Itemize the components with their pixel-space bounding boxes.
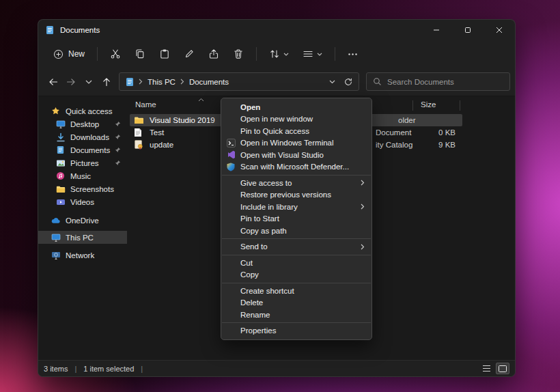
menu-item-pin-to-quick-access[interactable]: Pin to Quick access (221, 125, 372, 137)
sidebar-item-desktop[interactable]: Desktop (38, 117, 127, 130)
menu-item-label: Copy (240, 270, 259, 279)
refresh-icon[interactable] (344, 77, 353, 87)
menu-item-copy[interactable]: Copy (221, 269, 372, 281)
sidebar-item-documents[interactable]: Documents (38, 143, 127, 156)
sidebar-item-this-pc[interactable]: This PC (38, 231, 127, 244)
sort-ascending-icon (198, 98, 204, 102)
more-button[interactable] (342, 44, 363, 64)
cut-icon (110, 48, 121, 59)
column-header-size[interactable]: Size (421, 100, 436, 109)
details-view-button[interactable] (479, 363, 493, 374)
menu-item-delete[interactable]: Delete (221, 297, 372, 309)
sidebar-item-network[interactable]: Network (38, 249, 127, 262)
status-divider: | (141, 365, 143, 373)
document-icon (134, 128, 145, 137)
paste-icon (159, 48, 170, 59)
sidebar-item-music[interactable]: Music (38, 169, 127, 182)
sidebar-item-onedrive[interactable]: OneDrive (38, 214, 127, 227)
menu-item-open[interactable]: Open (221, 101, 372, 113)
search-input[interactable]: Search Documents (366, 72, 510, 91)
cut-button[interactable] (104, 44, 126, 64)
star-icon (51, 107, 61, 115)
menu-item-label: Properties (240, 326, 276, 335)
menu-item-properties[interactable]: Properties (221, 325, 372, 337)
column-separator[interactable] (460, 100, 460, 111)
minimize-button[interactable] (421, 20, 452, 40)
sidebar-item-label: Videos (70, 198, 94, 206)
file-name: Test (150, 128, 164, 137)
sidebar-item-label: OneDrive (66, 216, 99, 225)
sidebar-item-label: Pictures (70, 159, 99, 167)
share-icon (208, 48, 219, 59)
sidebar-item-quick-access[interactable]: Quick access (38, 104, 127, 117)
menu-item-scan-with-defender[interactable]: Scan with Microsoft Defender... (221, 161, 372, 173)
history-chevron-button[interactable] (81, 73, 97, 91)
menu-item-label: Pin to Start (240, 214, 279, 223)
rename-button[interactable] (178, 44, 200, 64)
sidebar-item-downloads[interactable]: Downloads (38, 130, 127, 143)
sidebar-item-label: Network (66, 251, 94, 260)
thumbnails-view-button[interactable] (496, 363, 509, 374)
security-catalog-icon (134, 140, 145, 150)
desktop-wallpaper: Documents New (0, 0, 560, 392)
pin-icon (115, 134, 121, 140)
menu-item-rename[interactable]: Rename (221, 309, 372, 321)
menu-item-label: Open in Windows Terminal (240, 139, 334, 147)
menu-item-copy-as-path[interactable]: Copy as path (221, 225, 372, 237)
file-type: older (398, 116, 416, 124)
new-button-label: New (68, 49, 85, 59)
menu-item-label: Restore previous versions (240, 191, 331, 199)
menu-item-create-shortcut[interactable]: Create shortcut (221, 285, 372, 297)
search-icon (373, 77, 382, 86)
menu-item-include-in-library[interactable]: Include in library (221, 201, 372, 213)
breadcrumb-root[interactable]: This PC (147, 78, 176, 86)
menu-separator (222, 283, 371, 283)
menu-item-pin-to-start[interactable]: Pin to Start (221, 213, 372, 225)
share-button[interactable] (203, 44, 225, 64)
paste-button[interactable] (154, 44, 176, 64)
sort-button[interactable] (264, 44, 294, 64)
column-separator[interactable] (412, 100, 413, 111)
menu-separator (222, 322, 371, 323)
search-placeholder: Search Documents (387, 78, 454, 86)
sidebar-item-label: Music (70, 172, 91, 180)
breadcrumb[interactable]: This PC Documents (119, 72, 359, 91)
onedrive-icon (51, 216, 61, 224)
view-button[interactable] (297, 44, 328, 64)
menu-item-label: Rename (240, 311, 270, 319)
sidebar-item-label: Downloads (70, 133, 109, 141)
menu-item-send-to[interactable]: Send to (221, 241, 372, 253)
column-header-name[interactable]: Name (135, 100, 156, 109)
sidebar-item-screenshots[interactable]: Screenshots (38, 182, 127, 195)
videos-icon (55, 197, 66, 207)
breadcrumb-current[interactable]: Documents (188, 78, 229, 86)
sidebar-item-pictures[interactable]: Pictures (38, 156, 127, 169)
file-size: 0 KB (408, 128, 456, 137)
menu-item-open-in-new-window[interactable]: Open in new window (221, 113, 372, 126)
menu-item-open-in-windows-terminal[interactable]: Open in Windows Terminal (221, 137, 372, 150)
pictures-icon (55, 158, 66, 168)
file-name: Visual Studio 2019 (150, 116, 215, 124)
back-button[interactable] (45, 73, 61, 91)
menu-item-cut[interactable]: Cut (221, 257, 372, 269)
menu-item-give-access-to[interactable]: Give access to (221, 177, 372, 189)
address-chevron-icon[interactable] (329, 80, 335, 84)
status-bar: 3 items | 1 item selected | (38, 360, 515, 376)
forward-button[interactable] (63, 73, 79, 91)
status-divider: | (74, 365, 76, 373)
titlebar[interactable]: Documents (38, 20, 515, 40)
close-button[interactable] (484, 20, 515, 40)
copy-button[interactable] (129, 44, 151, 64)
menu-item-label: Open (240, 103, 260, 111)
new-plus-icon (53, 49, 64, 59)
menu-item-restore-previous-versions[interactable]: Restore previous versions (221, 189, 372, 201)
file-size: 9 KB (408, 141, 456, 149)
sidebar-item-videos[interactable]: Videos (38, 195, 127, 208)
delete-button[interactable] (227, 44, 249, 64)
chevron-right-icon (180, 79, 184, 85)
maximize-button[interactable] (452, 20, 484, 40)
new-button[interactable]: New (48, 44, 90, 64)
up-button[interactable] (98, 73, 115, 91)
menu-item-label: Scan with Microsoft Defender... (240, 163, 349, 171)
menu-item-open-with-visual-studio[interactable]: Open with Visual Studio (221, 149, 372, 161)
